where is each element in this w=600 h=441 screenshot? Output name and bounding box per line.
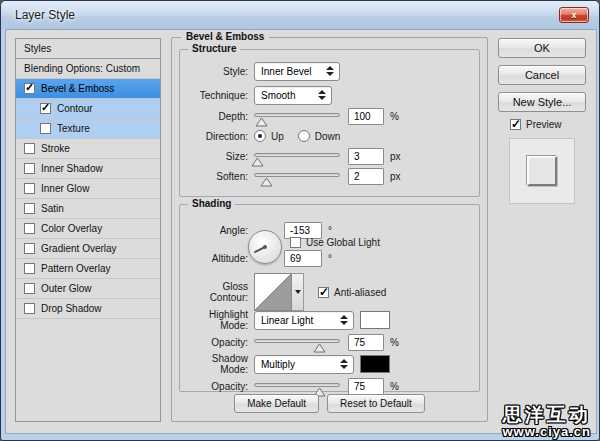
satin-checkbox[interactable]: [24, 203, 35, 214]
bevel-emboss-panel: Bevel & Emboss Structure Style: Inner Be…: [171, 37, 488, 422]
shadow-opacity-row: Opacity: %: [186, 377, 473, 395]
depth-row: Depth: %: [186, 107, 473, 125]
ok-button[interactable]: OK: [498, 38, 586, 58]
slider-thumb[interactable]: [255, 113, 268, 123]
style-row: Style: Inner Bevel: [186, 62, 473, 80]
size-input[interactable]: [348, 148, 384, 165]
preview-checkbox[interactable]: [510, 119, 521, 130]
anti-aliased-checkbox[interactable]: [318, 287, 329, 298]
styles-header: Styles: [16, 39, 160, 59]
styles-list: Styles Blending Options: Custom Bevel & …: [15, 38, 161, 422]
sidebar-item-inner-shadow[interactable]: Inner Shadow: [16, 159, 160, 179]
structure-group: Structure Style: Inner Bevel Technique: …: [179, 49, 480, 197]
highlight-mode-row: Highlight Mode: Linear Light: [186, 311, 473, 329]
window-title: Layer Style: [15, 8, 75, 22]
direction-row: Direction: Up Down: [186, 127, 473, 145]
close-button[interactable]: x: [559, 7, 589, 23]
gloss-contour-thumbnail[interactable]: [254, 273, 292, 311]
style-preview-thumbnail: [509, 138, 575, 204]
slider-thumb[interactable]: [313, 383, 326, 393]
dialog-body: Styles Blending Options: Custom Bevel & …: [5, 29, 597, 434]
sidebar-item-texture[interactable]: Texture: [16, 119, 160, 139]
layer-style-dialog: Layer Style x Styles Blending Options: C…: [0, 0, 600, 441]
sidebar-item-bevel-emboss[interactable]: Bevel & Emboss: [16, 79, 160, 99]
watermark: 思洋互动 www.ciya.cn: [502, 405, 591, 438]
sidebar-item-satin[interactable]: Satin: [16, 199, 160, 219]
soften-slider[interactable]: [254, 169, 340, 183]
panel-title: Bevel & Emboss: [181, 31, 269, 42]
shadow-color-swatch[interactable]: [360, 355, 390, 373]
shadow-mode-dropdown[interactable]: Multiply: [254, 355, 354, 374]
use-global-light-checkbox[interactable]: [290, 237, 301, 248]
technique-row: Technique: Smooth: [186, 86, 473, 104]
make-default-button[interactable]: Make Default: [234, 394, 319, 413]
inner-shadow-checkbox[interactable]: [24, 163, 35, 174]
drop-shadow-checkbox[interactable]: [24, 303, 35, 314]
sidebar-item-gradient-overlay[interactable]: Gradient Overlay: [16, 239, 160, 259]
sidebar-item-blending-options[interactable]: Blending Options: Custom: [16, 59, 160, 79]
preview-bevel-square: [527, 156, 557, 186]
slider-thumb[interactable]: [251, 153, 264, 163]
new-style-button[interactable]: New Style...: [498, 92, 586, 112]
highlight-opacity-input[interactable]: [348, 334, 384, 351]
soften-input[interactable]: [348, 168, 384, 185]
soften-row: Soften: px: [186, 167, 473, 185]
defaults-row: Make Default Reset to Default: [172, 394, 487, 413]
sidebar-item-contour[interactable]: Contour: [16, 99, 160, 119]
gloss-contour-row: Gloss Contour: Anti-aliased: [186, 273, 473, 311]
size-row: Size: px: [186, 147, 473, 165]
sidebar-item-outer-glow[interactable]: Outer Glow: [16, 279, 160, 299]
sidebar-item-inner-glow[interactable]: Inner Glow: [16, 179, 160, 199]
structure-legend: Structure: [188, 43, 240, 54]
title-bar: Layer Style x: [1, 1, 599, 29]
dropdown-arrows-icon: [318, 87, 326, 104]
technique-dropdown[interactable]: Smooth: [254, 86, 332, 105]
altitude-row: Altitude: °: [186, 249, 473, 267]
direction-down-radio[interactable]: [298, 130, 310, 142]
outer-glow-checkbox[interactable]: [24, 283, 35, 294]
reset-to-default-button[interactable]: Reset to Default: [327, 394, 425, 413]
cancel-button[interactable]: Cancel: [498, 65, 586, 85]
highlight-opacity-slider[interactable]: [254, 335, 340, 349]
slider-thumb[interactable]: [313, 339, 326, 349]
highlight-mode-dropdown[interactable]: Linear Light: [254, 311, 354, 330]
gradient-overlay-checkbox[interactable]: [24, 243, 35, 254]
highlight-color-swatch[interactable]: [360, 311, 390, 329]
style-dropdown[interactable]: Inner Bevel: [254, 62, 340, 81]
depth-slider[interactable]: [254, 109, 340, 123]
pattern-overlay-checkbox[interactable]: [24, 263, 35, 274]
inner-glow-checkbox[interactable]: [24, 183, 35, 194]
altitude-input[interactable]: [284, 250, 322, 267]
contour-checkbox[interactable]: [40, 103, 51, 114]
shadow-opacity-input[interactable]: [348, 378, 384, 395]
dropdown-arrows-icon: [340, 356, 348, 373]
shading-group: Shading Angle: ° Use Global Light Alti: [179, 204, 480, 392]
sidebar-item-stroke[interactable]: Stroke: [16, 139, 160, 159]
color-overlay-checkbox[interactable]: [24, 223, 35, 234]
sidebar-item-color-overlay[interactable]: Color Overlay: [16, 219, 160, 239]
preview-toggle: Preview: [510, 119, 588, 130]
chevron-down-icon: [295, 290, 301, 294]
shadow-mode-row: Shadow Mode: Multiply: [186, 355, 473, 373]
direction-up-radio[interactable]: [254, 130, 266, 142]
texture-checkbox[interactable]: [40, 123, 51, 134]
stroke-checkbox[interactable]: [24, 143, 35, 154]
shading-legend: Shading: [188, 198, 235, 209]
depth-input[interactable]: [348, 108, 384, 125]
gloss-contour-dropdown-arrow[interactable]: [292, 273, 304, 311]
dropdown-arrows-icon: [326, 63, 334, 80]
sidebar-item-drop-shadow[interactable]: Drop Shadow: [16, 299, 160, 319]
dialog-actions: OK Cancel New Style... Preview: [498, 38, 588, 204]
slider-thumb[interactable]: [260, 173, 273, 183]
sidebar-item-pattern-overlay[interactable]: Pattern Overlay: [16, 259, 160, 279]
dropdown-arrows-icon: [340, 312, 348, 329]
size-slider[interactable]: [254, 149, 340, 163]
highlight-opacity-row: Opacity: %: [186, 333, 473, 351]
shadow-opacity-slider[interactable]: [254, 379, 340, 393]
bevel-emboss-checkbox[interactable]: [24, 83, 35, 94]
